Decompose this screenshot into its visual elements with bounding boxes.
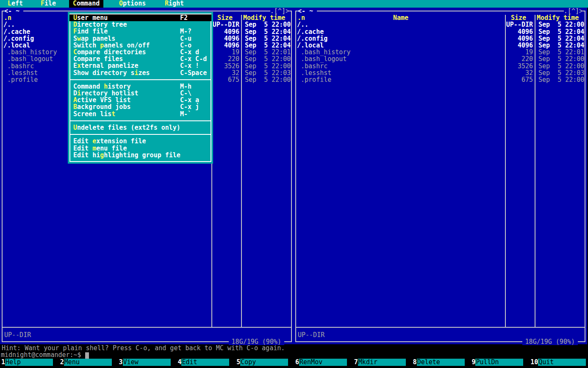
menu-item-shortcut: C-x j [180,103,199,110]
panel-title-left: <- ~ [4,8,23,14]
menu-item-edit-extension-file[interactable]: Edit extension file [69,138,211,145]
file-size: UP--DIR [506,21,533,28]
fkey-label: PullDn [475,359,523,366]
menu-item-background-jobs[interactable]: Background jobsC-x j [69,103,211,110]
file-row[interactable]: .bashrc3526Sep 5 22:00 [295,63,585,70]
file-name: .bash_logout [297,56,347,62]
file-size: 4096 [212,28,239,35]
file-size: 4096 [506,28,533,35]
fkey-3-view[interactable]: 3View [118,359,171,366]
menu-item-screen-list[interactable]: Screen listM-` [69,111,211,117]
column-header-size[interactable]: Size [211,14,239,21]
hotkey-letter: w [77,35,81,42]
mini-status-separator [295,327,585,328]
file-row[interactable]: /.local4096Sep 5 22:04 [295,42,585,49]
file-size: 19 [506,49,533,56]
hotkey-letter: F [73,28,77,35]
fkey-1-help[interactable]: 1Help [0,359,53,366]
file-mtime: Sep 5 22:00 [538,21,584,28]
menu-item-compare-directories[interactable]: Compare directoriesC-x d [69,49,211,56]
fkey-number: 3 [118,359,123,366]
sort-indicator-right[interactable]: .n [297,14,305,21]
fkey-10-quit[interactable]: 10Quit [529,359,586,366]
fkey-4-edit[interactable]: 4Edit [176,359,229,366]
menu-item-label: Screen list [73,110,115,118]
fkey-7-mkdir[interactable]: 7Mkdir [353,359,406,366]
menu-item-shortcut: C-x C-d [180,56,207,62]
fkey-5-copy[interactable]: 5Copy [235,359,288,366]
file-name: .profile [297,76,331,83]
file-row[interactable]: .bash_logout220Sep 5 22:00 [295,56,585,62]
menu-item-find-file[interactable]: Find fileM-? [69,28,211,35]
menu-item-edit-highlighting-group-file[interactable]: Edit highlighting group file [69,152,211,159]
file-name: .lesshst [297,70,331,76]
menubar-item-left[interactable]: Left [4,0,27,8]
menu-item-external-panelize[interactable]: External panelizeC-x ! [69,62,211,69]
menu-item-shortcut: C-\ [180,90,191,97]
menu-item-compare-files[interactable]: Compare filesC-x C-d [69,56,211,62]
file-size: 19 [212,49,239,56]
menu-item-user-menu[interactable]: User menuF2 [69,14,211,21]
fkey-label: Edit [181,359,229,366]
column-header-mtime[interactable]: Modify time [537,14,579,21]
panel-corner-controls-right[interactable]: .[^]> [564,8,583,14]
fkey-label: Menu [64,359,112,366]
file-row[interactable]: .lesshst32Sep 5 22:03 [295,70,585,76]
file-row[interactable]: /..UP--DIRSep 5 22:00 [295,21,585,28]
fkey-9-pulldn[interactable]: 9PullDn [470,359,523,366]
fkey-2-menu[interactable]: 2Menu [59,359,112,366]
menu-bar: LeftFileCommandOptionsRight [0,0,588,8]
column-header-mtime[interactable]: Modify time [243,14,285,21]
file-row[interactable]: /.cache4096Sep 5 22:04 [295,28,585,35]
file-row[interactable]: .bash_history19Sep 5 22:01 [295,49,585,56]
fkey-number: 6 [294,359,299,366]
text-cursor [85,352,89,359]
file-size: 4096 [212,42,239,49]
menu-item-show-directory-sizes[interactable]: Show directory sizesC-Space [69,70,211,76]
menubar-item-file[interactable]: File [37,0,60,8]
fkey-label: Mkdir [358,359,406,366]
menu-item-directory-tree[interactable]: Directory tree [69,21,211,28]
file-row[interactable]: /.config4096Sep 5 22:04 [295,35,585,42]
command-line[interactable]: midnight@commander:~$ [1,351,89,359]
menu-item-swap-panels[interactable]: Swap panelsC-u [69,35,211,42]
menu-item-shortcut: M-` [180,111,191,117]
column-header-name[interactable]: Name [386,14,415,21]
fkey-label: RenMov [299,359,347,366]
fkey-8-delete[interactable]: 8Delete [412,359,465,366]
menu-item-command-history[interactable]: Command historyM-h [69,83,211,90]
fkey-6-renmov[interactable]: 6RenMov [294,359,347,366]
hint-line: Hint: Want your plain shell? Press C-o, … [2,345,285,351]
hotkey-letter: R [165,0,169,7]
panel-corner-controls-left[interactable]: .[^]> [270,8,289,14]
menu-item-switch-panels-on-off[interactable]: Switch panels on/offC-o [69,42,211,49]
sort-indicator-left[interactable]: .n [4,14,11,21]
fkey-label: View [123,359,171,366]
menu-item-directory-hotlist[interactable]: Directory hotlistC-\ [69,90,211,97]
menubar-item-command[interactable]: Command [69,0,103,8]
panel-path: ~ [16,7,23,15]
file-size: 4096 [506,35,533,42]
menu-item-edit-menu-file[interactable]: Edit menu file [69,145,211,152]
fkey-number: 2 [59,359,64,366]
menu-item-label: Show directory sizes [73,69,150,77]
hotkey-letter: C [73,0,77,7]
file-row[interactable]: .profile675Sep 5 22:00 [295,76,585,83]
hotkey-letter: L [8,0,11,7]
fkey-label: Delete [417,359,465,366]
menu-item-label: External panelize [73,62,139,70]
file-size: 3526 [506,63,533,70]
column-header-size[interactable]: Size [504,14,533,21]
menubar-item-options[interactable]: Options [115,0,150,8]
menu-item-undelete-files-ext2fs-only-[interactable]: Undelete files (ext2fs only) [69,124,211,131]
fkey-number: 9 [470,359,475,366]
file-size: 220 [506,56,533,62]
hotkey-letter: t [111,110,115,118]
file-name: .bashrc [297,63,327,70]
file-mtime: Sep 5 22:03 [538,70,584,76]
menu-item-active-vfs-list[interactable]: Active VFS listC-x a [69,97,211,103]
hotkey-letter: B [73,103,77,111]
menu-item-label: Edit extension file [73,137,146,145]
hotkey-letter: i [135,69,139,77]
menubar-item-right[interactable]: Right [161,0,188,8]
